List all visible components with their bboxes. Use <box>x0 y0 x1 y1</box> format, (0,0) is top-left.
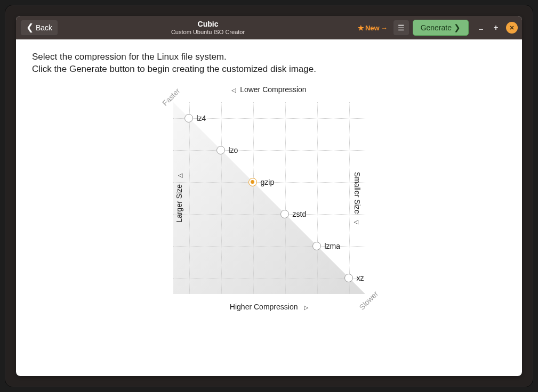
grid-line-h <box>173 214 365 215</box>
triangle-right-icon: ▷ <box>304 304 308 311</box>
axis-right: Smaller Size ▽ <box>353 172 362 224</box>
option-label: lzo <box>229 146 238 154</box>
option-label: lzma <box>325 242 341 250</box>
generate-button[interactable]: Generate ❯ <box>413 20 469 36</box>
compression-triangle: ◁ Lower Compression Higher Compression ▷… <box>173 102 365 294</box>
menu-button[interactable]: ☰ <box>393 20 409 36</box>
axis-bottom: Higher Compression ▷ <box>230 303 308 311</box>
option-label: gzip <box>261 178 275 186</box>
triangle-up-icon: △ <box>176 174 182 178</box>
axis-left: Larger Size △ <box>174 174 183 222</box>
star-icon: ★ <box>358 24 364 32</box>
instructions: Select the compression for the Linux fil… <box>32 51 506 76</box>
svg-marker-5 <box>173 102 365 294</box>
hamburger-icon: ☰ <box>398 24 405 31</box>
grid-line-h <box>173 150 365 151</box>
option-lz4[interactable]: lz4 <box>184 114 206 123</box>
radio-icon <box>312 242 321 250</box>
grid-line-v <box>317 102 318 294</box>
new-version-indicator[interactable]: ★ New → <box>358 24 388 32</box>
radio-icon <box>280 210 289 218</box>
triangle-shape <box>173 102 365 294</box>
minimize-button[interactable] <box>476 23 486 32</box>
radio-icon <box>248 178 257 186</box>
axis-top: ◁ Lower Compression <box>231 85 306 94</box>
instruction-line-1: Select the compression for the Linux fil… <box>32 51 506 63</box>
grid-line-v <box>189 102 190 294</box>
option-gzip[interactable]: gzip <box>248 178 275 186</box>
option-xz[interactable]: xz <box>344 274 364 282</box>
axis-right-label: Smaller Size <box>353 172 362 214</box>
headerbar: ❮ Back Cubic Custom Ubuntu ISO Creator ★… <box>16 16 522 39</box>
option-lzo[interactable]: lzo <box>216 146 238 154</box>
option-label: zstd <box>293 210 307 218</box>
grid-line-v <box>253 102 254 294</box>
compression-chart: ◁ Lower Compression Higher Compression ▷… <box>152 102 387 353</box>
grid-line-v <box>221 102 222 294</box>
instruction-line-2: Click the Generate button to begin creat… <box>32 63 506 76</box>
content-area: Select the compression for the Linux fil… <box>16 39 522 364</box>
radio-icon <box>344 274 353 282</box>
axis-bottom-label: Higher Compression <box>230 303 298 311</box>
back-button-label: Back <box>36 24 52 31</box>
window-title: Cubic <box>61 20 355 28</box>
generate-button-label: Generate <box>421 24 452 31</box>
option-lzma[interactable]: lzma <box>312 242 341 250</box>
window-controls <box>476 22 518 34</box>
grid-line-v <box>285 102 286 294</box>
grid-line-h <box>173 278 365 279</box>
radio-icon <box>216 146 225 154</box>
window-subtitle: Custom Ubuntu ISO Creator <box>61 29 355 35</box>
maximize-button[interactable] <box>491 23 501 32</box>
option-zstd[interactable]: zstd <box>280 210 307 218</box>
window-title-block: Cubic Custom Ubuntu ISO Creator <box>61 20 355 35</box>
option-label: xz <box>357 274 364 282</box>
option-label: lz4 <box>197 114 206 123</box>
triangle-left-icon: ◁ <box>231 87 236 93</box>
close-button[interactable] <box>506 22 518 34</box>
radio-icon <box>184 114 193 123</box>
arrow-right-icon: → <box>381 24 388 32</box>
axis-left-label: Larger Size <box>174 184 183 223</box>
axis-top-label: Lower Compression <box>240 85 307 94</box>
new-version-label: New <box>365 24 380 32</box>
grid-line-v <box>349 102 350 294</box>
back-button[interactable]: ❮ Back <box>20 20 58 36</box>
triangle-down-icon: ▽ <box>354 220 360 224</box>
